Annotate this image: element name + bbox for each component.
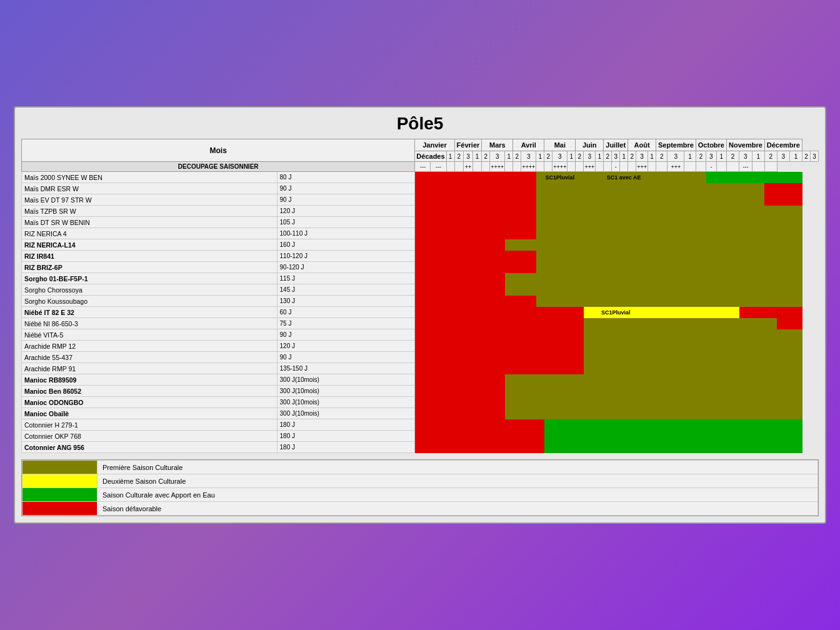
decade-cell [668,183,684,194]
decade-cell [536,217,544,228]
decade-cell [739,217,752,228]
decade-cell [505,251,513,262]
decade-cell [584,284,596,296]
decade-cell [544,363,552,374]
decade-cell [463,183,472,194]
decade-cell [415,408,431,419]
legend-row: Première Saison Culturale [22,461,818,474]
decade-cell [628,329,636,341]
decade-cell [536,408,544,419]
decade-cell [684,408,696,419]
decade-cell [415,307,431,318]
decade-cell [454,183,463,194]
decade-cell [536,239,544,251]
decade-cell [716,251,726,262]
decade-cell [472,206,481,217]
decade-cell [596,442,604,453]
decade-cell [576,296,584,307]
decade-cell [696,194,706,206]
decade-cell [668,262,684,273]
decade-cell [576,194,584,206]
decade-cell [648,408,656,419]
crop-row: Niébé VITA-590 J [22,329,819,341]
decade-cell [482,296,490,307]
decade-cell [648,442,656,453]
decade-cell [521,318,536,329]
decade-cell [636,341,648,352]
decade-cell [472,239,481,251]
decade-cell [536,251,544,262]
decade-cell [696,442,706,453]
decade-cell [472,329,481,341]
decade-cell [584,183,596,194]
decade-cell [482,217,490,228]
decade-cell [727,386,739,397]
decade-cell [490,262,505,273]
decade-cell [446,206,454,217]
decade-cell [513,397,521,408]
decade-cell [521,431,536,442]
decoupage-cell: ++ [463,162,472,172]
decade-cell [521,386,536,397]
decade-cell [752,442,764,453]
decade-cell [454,408,463,419]
decade-cell [668,273,684,284]
decade-cell [636,284,648,296]
decade-cell [505,374,513,386]
decade-cell [684,228,696,239]
decade-cell [536,273,544,284]
decade-cell [552,408,568,419]
decade-cell [777,251,789,262]
decade-cell [789,251,802,262]
decade-cell [482,194,490,206]
decade-cell [552,217,568,228]
decade-cell [636,228,648,239]
decade-cell [752,374,764,386]
decade-cell [604,296,612,307]
decade-number: 3 [552,151,568,162]
decade-cell [789,296,802,307]
decade-cell [612,251,620,262]
decade-cell [463,284,472,296]
decoupage-cell [544,162,552,172]
decade-cell [596,431,604,442]
decade-cell [505,307,513,318]
decade-cell [706,386,716,397]
decade-number: 3 [706,151,716,162]
decade-cell [552,251,568,262]
decoupage-cell [576,162,584,172]
decade-cell [576,341,584,352]
decade-cell [789,228,802,239]
decade-cell [505,386,513,397]
decade-cell [521,228,536,239]
decade-cell [568,239,576,251]
decoupage-cell [536,162,544,172]
decade-cell [752,341,764,352]
crop-name: RIZ NERICA 4 [22,228,278,239]
decade-cell [454,262,463,273]
crop-duration: 90 J [277,194,415,206]
decade-cell [596,307,604,318]
decade-cell [552,318,568,329]
decade-cell [696,329,706,341]
decade-cell [490,386,505,397]
decade-cell [628,172,636,183]
decoupage-cell [620,162,628,172]
crop-duration: 145 J [277,284,415,296]
decade-cell [454,397,463,408]
decade-cell [446,284,454,296]
legend-table: Première Saison CulturaleDeuxième Saison… [22,460,818,516]
decade-cell [696,228,706,239]
decade-cell [628,374,636,386]
decade-cell [777,273,789,284]
decade-cell [568,284,576,296]
decade-cell [716,172,726,183]
decade-cell [604,251,612,262]
decade-cell [789,329,802,341]
decade-cell [472,408,481,419]
decade-number: 3 [490,151,505,162]
decade-cell [431,397,446,408]
decade-cell [727,296,739,307]
decade-cell [431,363,446,374]
decade-cell [415,217,431,228]
